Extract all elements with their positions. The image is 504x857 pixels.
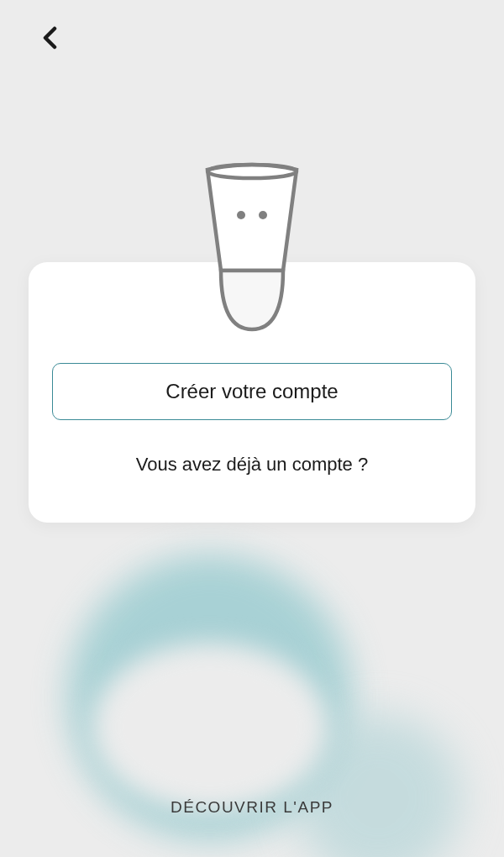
back-button[interactable] xyxy=(34,21,67,55)
svg-point-2 xyxy=(259,211,267,219)
chevron-left-icon xyxy=(41,26,60,50)
discover-app-label: DÉCOUVRIR L'APP xyxy=(171,798,333,816)
svg-point-1 xyxy=(237,211,245,219)
background-blob-cut xyxy=(92,643,328,811)
product-icon xyxy=(181,161,323,341)
existing-account-label: Vous avez déjà un compte ? xyxy=(136,454,368,475)
discover-app-link[interactable]: DÉCOUVRIR L'APP xyxy=(0,798,504,817)
existing-account-link[interactable]: Vous avez déjà un compte ? xyxy=(52,454,452,476)
create-account-button[interactable]: Créer votre compte xyxy=(52,363,452,420)
create-account-label: Créer votre compte xyxy=(165,380,338,402)
